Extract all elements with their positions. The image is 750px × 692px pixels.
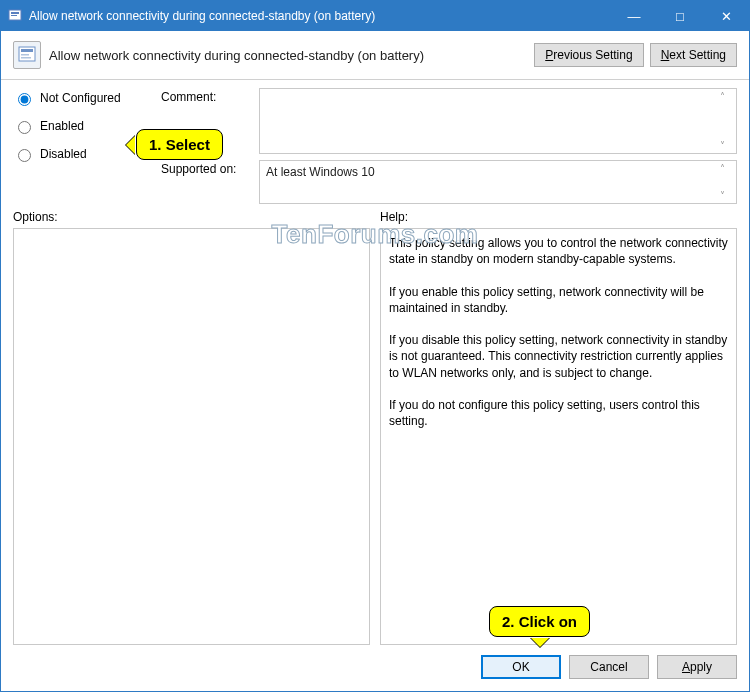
radio-disabled-label: Disabled xyxy=(40,147,87,161)
radio-not-configured[interactable]: Not Configured xyxy=(13,90,153,106)
radio-enabled-input[interactable] xyxy=(18,121,31,134)
radio-not-configured-input[interactable] xyxy=(18,93,31,106)
supported-on-box: At least Windows 10 ˄˅ xyxy=(259,160,737,204)
radio-disabled-input[interactable] xyxy=(18,149,31,162)
svg-rect-1 xyxy=(11,12,19,14)
setting-title: Allow network connectivity during connec… xyxy=(49,48,526,63)
header-row: Allow network connectivity during connec… xyxy=(1,31,749,75)
ok-button[interactable]: OK xyxy=(481,655,561,679)
setting-icon xyxy=(13,41,41,69)
svg-rect-2 xyxy=(11,15,17,16)
help-panel: This policy setting allows you to contro… xyxy=(380,228,737,645)
scroll-down-icon[interactable]: ˅ xyxy=(720,140,734,151)
comment-label: Comment: xyxy=(161,88,251,104)
window-title: Allow network connectivity during connec… xyxy=(29,9,611,23)
scroll-up-icon[interactable]: ˄ xyxy=(720,91,734,102)
supported-label: Supported on: xyxy=(161,160,251,176)
help-label: Help: xyxy=(380,210,737,224)
previous-setting-button[interactable]: Previous Setting xyxy=(534,43,643,67)
footer: OK Cancel Apply xyxy=(1,645,749,691)
annotation-click-on: 2. Click on xyxy=(489,606,590,637)
radio-enabled-label: Enabled xyxy=(40,119,84,133)
scroll-up-icon[interactable]: ˄ xyxy=(720,163,734,174)
close-button[interactable]: ✕ xyxy=(703,1,749,31)
apply-button[interactable]: Apply xyxy=(657,655,737,679)
annotation-select: 1. Select xyxy=(136,129,223,160)
minimize-button[interactable]: — xyxy=(611,1,657,31)
supported-on-value: At least Windows 10 xyxy=(266,165,375,179)
radio-enabled[interactable]: Enabled xyxy=(13,118,153,134)
next-setting-button[interactable]: Next Setting xyxy=(650,43,737,67)
radio-not-configured-label: Not Configured xyxy=(40,91,121,105)
policy-dialog: Allow network connectivity during connec… xyxy=(0,0,750,692)
options-panel xyxy=(13,228,370,645)
maximize-button[interactable]: □ xyxy=(657,1,703,31)
cancel-button[interactable]: Cancel xyxy=(569,655,649,679)
title-bar[interactable]: Allow network connectivity during connec… xyxy=(1,1,749,31)
svg-rect-4 xyxy=(21,49,33,52)
options-label: Options: xyxy=(13,210,370,224)
scroll-down-icon[interactable]: ˅ xyxy=(720,190,734,201)
comment-textarea[interactable]: ˄˅ xyxy=(259,88,737,154)
policy-icon xyxy=(7,8,23,24)
svg-rect-5 xyxy=(21,54,29,56)
svg-rect-6 xyxy=(21,57,31,59)
window-controls: — □ ✕ xyxy=(611,1,749,31)
